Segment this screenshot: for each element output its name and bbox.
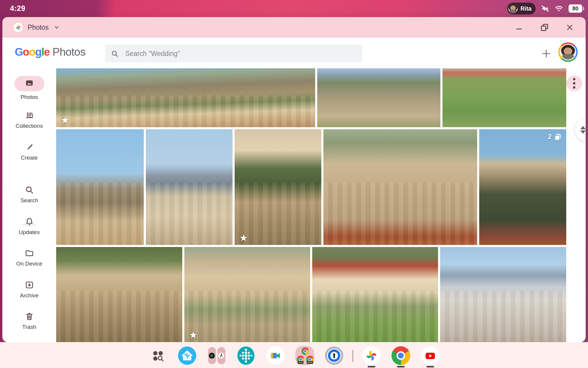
window-title: Photos (28, 24, 49, 32)
photo-thumbnail-ruins-park[interactable] (442, 68, 566, 127)
bell-icon (2, 217, 56, 226)
home-assistant-icon (178, 346, 197, 365)
grid-row: ★ (56, 68, 566, 127)
minimize-button[interactable] (511, 19, 527, 36)
photos-app-window: Photos Google Photos (2, 17, 586, 342)
wifi-icon (554, 4, 563, 13)
photo-thumbnail-agora-aerial[interactable] (317, 68, 440, 127)
scroll-up-icon (580, 126, 586, 129)
sidebar-item-label: Archive (2, 292, 56, 299)
sidebar-item-label: Trash (2, 324, 56, 330)
stack-count: 2 (548, 133, 552, 141)
active-pill (14, 76, 44, 91)
chrome-icon (392, 346, 410, 365)
shelf-app-pair[interactable] (207, 346, 226, 365)
running-indicator (427, 366, 434, 367)
shelf-app-chrome[interactable] (392, 346, 410, 365)
add-button[interactable] (539, 47, 553, 61)
sidebar-item-label: Create (2, 155, 56, 161)
sidebar-item-updates[interactable]: Updates (2, 217, 56, 236)
chrome-canary-icon (302, 347, 309, 355)
create-brush-icon (2, 142, 56, 152)
app-pair-left (208, 347, 216, 364)
fast-scroll-handle[interactable] (575, 118, 586, 141)
youtube-icon (425, 350, 436, 362)
sidebar-item-on-device[interactable]: On Device (2, 248, 56, 267)
photo-grid: ★ ★ 2 ★ (56, 68, 566, 342)
photo-thumbnail-hillside-mountain[interactable] (146, 129, 233, 245)
star-icon: ★ (61, 115, 69, 125)
folder-icon (2, 248, 56, 258)
photo-thumbnail-hadrians-library[interactable]: ★ (184, 247, 310, 342)
photo-thumbnail-mansion-lawn[interactable] (312, 247, 438, 342)
stack-badge: 2 (548, 133, 562, 141)
shelf-app-fitbit[interactable] (237, 346, 255, 365)
shelf-divider (353, 350, 353, 362)
collections-icon (2, 111, 56, 120)
photo-thumbnail-buildings-ruins[interactable]: ★ (235, 129, 321, 245)
avatar (508, 4, 518, 13)
google-photos-icon (365, 349, 378, 362)
sidebar-item-label: Search (2, 197, 56, 204)
photo-thumbnail-acropolis-flag[interactable] (56, 129, 144, 245)
battery-percent: 80 (572, 5, 578, 12)
sidebar-item-create[interactable]: Create (2, 142, 56, 161)
launcher-button[interactable] (148, 346, 167, 365)
trash-icon (2, 312, 56, 321)
status-tray[interactable]: Rita 80 (507, 2, 582, 15)
archive-icon (2, 280, 56, 290)
app-pair-right (217, 347, 225, 364)
shelf-app-1password[interactable] (325, 346, 344, 365)
sidebar-item-trash[interactable]: Trash (2, 312, 56, 330)
more-options-button[interactable] (566, 75, 582, 91)
sidebar-item-archive[interactable]: Archive (2, 280, 56, 299)
search-bar[interactable] (105, 45, 362, 62)
sidebar-item-label: Photos (2, 94, 56, 100)
sidebar-item-photos[interactable]: Photos (2, 76, 56, 100)
chrome-dev-label: Dev (298, 361, 303, 364)
google-wordmark: Google (15, 46, 49, 58)
window-titlebar: Photos (2, 17, 586, 38)
restore-button[interactable] (536, 19, 553, 36)
scroll-down-icon (580, 130, 586, 134)
shelf-app-chrome-folder[interactable]: Dev Beta (295, 346, 314, 365)
chrome-beta-icon: Beta (306, 356, 314, 363)
user-name: Rita (520, 5, 532, 12)
stack-icon (554, 133, 562, 141)
photos-app-icon (14, 23, 23, 32)
mute-icon (541, 4, 549, 13)
search-icon (2, 185, 56, 195)
sidebar: Photos Collections Create Search Update (2, 68, 56, 342)
grid-row: ★ 2 (56, 129, 566, 245)
photo-thumbnail-columns-site[interactable] (56, 247, 182, 342)
shelf-app-google-photos[interactable] (362, 346, 381, 365)
photos-wordmark: Photos (52, 46, 85, 58)
user-chip[interactable]: Rita (507, 3, 536, 14)
search-icon (111, 50, 119, 58)
photo-thumbnail-city-panorama[interactable] (440, 247, 566, 342)
photo-thumbnail-hillside-houses[interactable] (323, 129, 477, 245)
fitness-app-icon (218, 352, 225, 359)
search-input[interactable] (125, 50, 356, 58)
sidebar-item-collections[interactable]: Collections (2, 111, 56, 129)
chrome-dev-icon: Dev (297, 356, 305, 363)
chrome-beta-label: Beta (307, 361, 313, 364)
chrome-folder-blob: Dev Beta (295, 346, 314, 365)
star-icon: ★ (189, 330, 198, 340)
chevron-down-icon[interactable] (54, 24, 60, 31)
sidebar-item-search[interactable]: Search (2, 185, 56, 204)
shelf-app-youtube[interactable] (421, 346, 440, 365)
shelf: Dev Beta (0, 342, 588, 368)
sidebar-item-label: Collections (2, 123, 56, 129)
shelf-app-google-meet[interactable] (266, 346, 285, 365)
battery-indicator: 80 (569, 4, 582, 13)
sidebar-item-label: Updates (2, 229, 56, 236)
shelf-app-home-assistant[interactable] (178, 346, 197, 365)
google-photos-logo: Google Photos (15, 46, 86, 58)
google-meet-icon (270, 350, 281, 362)
close-button[interactable] (562, 19, 578, 36)
account-avatar[interactable] (558, 42, 578, 62)
app-header: Google Photos (2, 38, 586, 68)
photo-thumbnail-acropolis-panorama[interactable]: ★ (56, 68, 315, 127)
photo-thumbnail-parthenon-cliff[interactable]: 2 (479, 129, 566, 245)
